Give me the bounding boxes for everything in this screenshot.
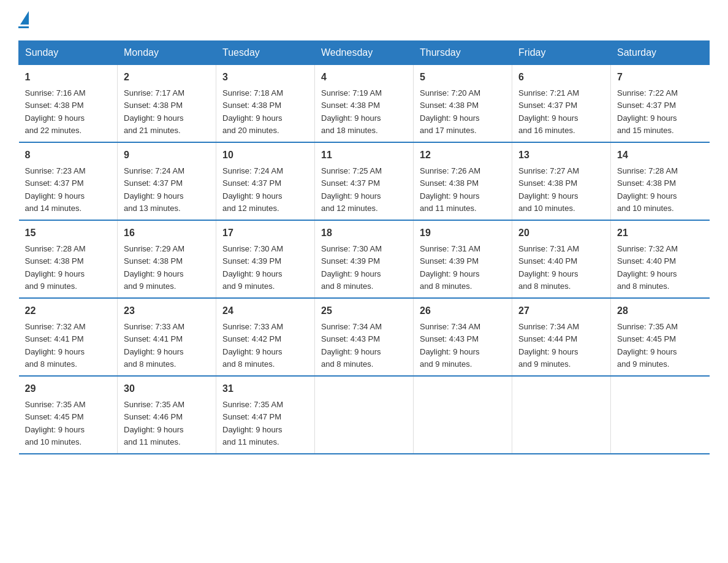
day-info: Sunrise: 7:21 AMSunset: 4:37 PMDaylight:… bbox=[518, 88, 579, 135]
calendar-cell: 31Sunrise: 7:35 AMSunset: 4:47 PMDayligh… bbox=[216, 376, 315, 454]
day-number: 17 bbox=[222, 226, 308, 240]
page-header bbox=[18, 12, 710, 28]
day-number: 22 bbox=[25, 304, 112, 318]
day-info: Sunrise: 7:33 AMSunset: 4:41 PMDaylight:… bbox=[124, 322, 184, 369]
week-row-3: 15Sunrise: 7:28 AMSunset: 4:38 PMDayligh… bbox=[19, 220, 710, 298]
calendar-cell: 24Sunrise: 7:33 AMSunset: 4:42 PMDayligh… bbox=[216, 298, 315, 376]
day-info: Sunrise: 7:28 AMSunset: 4:38 PMDaylight:… bbox=[617, 166, 678, 213]
calendar-cell: 29Sunrise: 7:35 AMSunset: 4:45 PMDayligh… bbox=[19, 376, 118, 454]
day-info: Sunrise: 7:35 AMSunset: 4:46 PMDaylight:… bbox=[124, 400, 184, 446]
logo-underline bbox=[18, 26, 29, 28]
calendar-cell: 25Sunrise: 7:34 AMSunset: 4:43 PMDayligh… bbox=[315, 298, 414, 376]
calendar-cell: 28Sunrise: 7:35 AMSunset: 4:45 PMDayligh… bbox=[611, 298, 710, 376]
calendar-cell: 17Sunrise: 7:30 AMSunset: 4:39 PMDayligh… bbox=[216, 220, 315, 298]
day-number: 9 bbox=[124, 148, 210, 163]
day-number: 27 bbox=[518, 304, 604, 318]
day-number: 18 bbox=[321, 226, 407, 240]
day-number: 3 bbox=[222, 70, 308, 85]
day-info: Sunrise: 7:16 AMSunset: 4:38 PMDaylight:… bbox=[25, 88, 86, 135]
calendar-cell bbox=[414, 376, 512, 454]
day-number: 5 bbox=[420, 70, 506, 85]
day-info: Sunrise: 7:35 AMSunset: 4:45 PMDaylight:… bbox=[617, 322, 678, 369]
day-number: 16 bbox=[124, 226, 210, 240]
day-info: Sunrise: 7:29 AMSunset: 4:38 PMDaylight:… bbox=[124, 244, 184, 291]
weekday-header-thursday: Thursday bbox=[414, 41, 512, 65]
calendar-cell: 2Sunrise: 7:17 AMSunset: 4:38 PMDaylight… bbox=[118, 65, 216, 143]
weekday-header-sunday: Sunday bbox=[19, 41, 118, 65]
day-number: 31 bbox=[222, 381, 308, 396]
day-number: 12 bbox=[420, 148, 506, 163]
day-number: 19 bbox=[420, 226, 506, 240]
calendar-cell: 21Sunrise: 7:32 AMSunset: 4:40 PMDayligh… bbox=[611, 220, 710, 298]
day-info: Sunrise: 7:31 AMSunset: 4:39 PMDaylight:… bbox=[420, 244, 480, 291]
day-info: Sunrise: 7:33 AMSunset: 4:42 PMDaylight:… bbox=[222, 322, 283, 369]
day-number: 14 bbox=[617, 148, 703, 163]
calendar-cell: 19Sunrise: 7:31 AMSunset: 4:39 PMDayligh… bbox=[414, 220, 512, 298]
calendar-cell bbox=[512, 376, 611, 454]
weekday-header-monday: Monday bbox=[118, 41, 216, 65]
day-info: Sunrise: 7:23 AMSunset: 4:37 PMDaylight:… bbox=[25, 166, 86, 213]
day-info: Sunrise: 7:34 AMSunset: 4:43 PMDaylight:… bbox=[420, 322, 480, 369]
calendar-cell: 14Sunrise: 7:28 AMSunset: 4:38 PMDayligh… bbox=[611, 142, 710, 220]
calendar-cell bbox=[611, 376, 710, 454]
weekday-header-friday: Friday bbox=[512, 41, 611, 65]
day-info: Sunrise: 7:34 AMSunset: 4:43 PMDaylight:… bbox=[321, 322, 382, 369]
day-number: 24 bbox=[222, 304, 308, 318]
calendar-cell: 22Sunrise: 7:32 AMSunset: 4:41 PMDayligh… bbox=[19, 298, 118, 376]
calendar-cell: 18Sunrise: 7:30 AMSunset: 4:39 PMDayligh… bbox=[315, 220, 414, 298]
day-info: Sunrise: 7:24 AMSunset: 4:37 PMDaylight:… bbox=[222, 166, 283, 213]
week-row-2: 8Sunrise: 7:23 AMSunset: 4:37 PMDaylight… bbox=[19, 142, 710, 220]
calendar-cell: 5Sunrise: 7:20 AMSunset: 4:38 PMDaylight… bbox=[414, 65, 512, 143]
weekday-header-saturday: Saturday bbox=[611, 41, 710, 65]
day-info: Sunrise: 7:35 AMSunset: 4:45 PMDaylight:… bbox=[25, 400, 86, 446]
calendar-cell: 15Sunrise: 7:28 AMSunset: 4:38 PMDayligh… bbox=[19, 220, 118, 298]
day-info: Sunrise: 7:32 AMSunset: 4:41 PMDaylight:… bbox=[25, 322, 86, 369]
day-info: Sunrise: 7:30 AMSunset: 4:39 PMDaylight:… bbox=[222, 244, 283, 291]
day-number: 29 bbox=[25, 381, 112, 396]
calendar-table: SundayMondayTuesdayWednesdayThursdayFrid… bbox=[18, 40, 710, 454]
day-number: 15 bbox=[25, 226, 112, 240]
day-number: 23 bbox=[124, 304, 210, 318]
calendar-cell: 30Sunrise: 7:35 AMSunset: 4:46 PMDayligh… bbox=[118, 376, 216, 454]
day-info: Sunrise: 7:31 AMSunset: 4:40 PMDaylight:… bbox=[518, 244, 579, 291]
day-info: Sunrise: 7:22 AMSunset: 4:37 PMDaylight:… bbox=[617, 88, 678, 135]
calendar-cell: 26Sunrise: 7:34 AMSunset: 4:43 PMDayligh… bbox=[414, 298, 512, 376]
day-number: 13 bbox=[518, 148, 604, 163]
day-number: 4 bbox=[321, 70, 407, 85]
calendar-cell: 20Sunrise: 7:31 AMSunset: 4:40 PMDayligh… bbox=[512, 220, 611, 298]
calendar-cell: 6Sunrise: 7:21 AMSunset: 4:37 PMDaylight… bbox=[512, 65, 611, 143]
day-number: 11 bbox=[321, 148, 407, 163]
calendar-cell: 13Sunrise: 7:27 AMSunset: 4:38 PMDayligh… bbox=[512, 142, 611, 220]
day-number: 8 bbox=[25, 148, 112, 163]
week-row-4: 22Sunrise: 7:32 AMSunset: 4:41 PMDayligh… bbox=[19, 298, 710, 376]
day-info: Sunrise: 7:30 AMSunset: 4:39 PMDaylight:… bbox=[321, 244, 382, 291]
calendar-cell: 4Sunrise: 7:19 AMSunset: 4:38 PMDaylight… bbox=[315, 65, 414, 143]
weekday-header-wednesday: Wednesday bbox=[315, 41, 414, 65]
calendar-cell: 16Sunrise: 7:29 AMSunset: 4:38 PMDayligh… bbox=[118, 220, 216, 298]
day-info: Sunrise: 7:35 AMSunset: 4:47 PMDaylight:… bbox=[222, 400, 283, 446]
calendar-cell: 11Sunrise: 7:25 AMSunset: 4:37 PMDayligh… bbox=[315, 142, 414, 220]
day-number: 10 bbox=[222, 148, 308, 163]
calendar-cell: 3Sunrise: 7:18 AMSunset: 4:38 PMDaylight… bbox=[216, 65, 315, 143]
calendar-cell: 12Sunrise: 7:26 AMSunset: 4:38 PMDayligh… bbox=[414, 142, 512, 220]
day-number: 2 bbox=[124, 70, 210, 85]
calendar-cell: 8Sunrise: 7:23 AMSunset: 4:37 PMDaylight… bbox=[19, 142, 118, 220]
day-number: 30 bbox=[124, 381, 210, 396]
logo bbox=[18, 12, 29, 28]
day-info: Sunrise: 7:27 AMSunset: 4:38 PMDaylight:… bbox=[518, 166, 579, 213]
day-info: Sunrise: 7:28 AMSunset: 4:38 PMDaylight:… bbox=[25, 244, 86, 291]
day-info: Sunrise: 7:25 AMSunset: 4:37 PMDaylight:… bbox=[321, 166, 382, 213]
calendar-cell: 23Sunrise: 7:33 AMSunset: 4:41 PMDayligh… bbox=[118, 298, 216, 376]
day-info: Sunrise: 7:24 AMSunset: 4:37 PMDaylight:… bbox=[124, 166, 184, 213]
day-number: 26 bbox=[420, 304, 506, 318]
day-info: Sunrise: 7:34 AMSunset: 4:44 PMDaylight:… bbox=[518, 322, 579, 369]
weekday-header-row: SundayMondayTuesdayWednesdayThursdayFrid… bbox=[19, 41, 710, 65]
calendar-cell bbox=[315, 376, 414, 454]
day-number: 25 bbox=[321, 304, 407, 318]
day-number: 1 bbox=[25, 70, 112, 85]
day-number: 20 bbox=[518, 226, 604, 240]
calendar-cell: 1Sunrise: 7:16 AMSunset: 4:38 PMDaylight… bbox=[19, 65, 118, 143]
week-row-5: 29Sunrise: 7:35 AMSunset: 4:45 PMDayligh… bbox=[19, 376, 710, 454]
day-info: Sunrise: 7:18 AMSunset: 4:38 PMDaylight:… bbox=[222, 88, 283, 135]
day-info: Sunrise: 7:17 AMSunset: 4:38 PMDaylight:… bbox=[124, 88, 184, 135]
